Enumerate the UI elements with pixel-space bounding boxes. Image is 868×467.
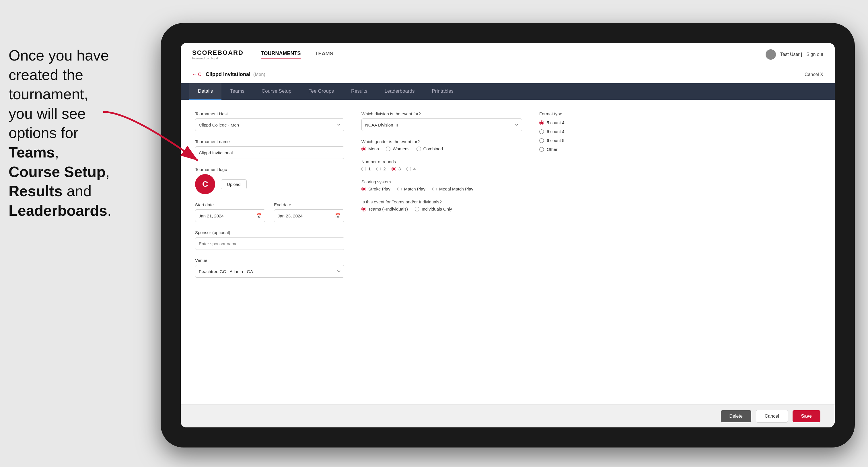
form-footer: Delete Cancel Save xyxy=(181,404,835,428)
rounds-4[interactable]: 4 xyxy=(406,166,416,171)
scoring-match[interactable]: Match Play xyxy=(397,186,425,191)
event-type-label: Is this event for Teams and/or Individua… xyxy=(362,199,522,204)
user-avatar xyxy=(766,49,776,60)
tournament-back-icon[interactable]: ← C xyxy=(192,72,202,77)
gender-womens-label: Womens xyxy=(393,146,410,151)
name-field-group: Tournament name xyxy=(195,139,344,159)
start-date-field-group: Start date 📅 xyxy=(195,202,265,222)
event-type-individuals-radio[interactable] xyxy=(415,207,420,211)
tab-teams[interactable]: Teams xyxy=(221,83,253,100)
tablet-frame: SCOREBOARD Powered by clippd TOURNAMENTS… xyxy=(161,23,855,447)
scoring-medal-match-label: Medal Match Play xyxy=(439,186,473,191)
name-label: Tournament name xyxy=(195,139,344,144)
tab-details[interactable]: Details xyxy=(189,83,221,100)
tab-printables[interactable]: Printables xyxy=(424,83,462,100)
scoring-match-label: Match Play xyxy=(404,186,425,191)
host-field-group: Tournament Host Clippd College - Men xyxy=(195,111,344,131)
rounds-3-radio[interactable] xyxy=(392,167,396,171)
rounds-3[interactable]: 3 xyxy=(392,166,401,171)
rounds-4-label: 4 xyxy=(413,166,416,171)
scoring-stroke-label: Stroke Play xyxy=(368,186,391,191)
logo-field-group: Tournament logo C Upload xyxy=(195,167,344,194)
instruction-text: Once you have created the tournament, yo… xyxy=(0,40,149,226)
logo-sub: Powered by clippd xyxy=(192,57,244,60)
name-input[interactable] xyxy=(195,146,344,159)
tab-results[interactable]: Results xyxy=(342,83,376,100)
scoring-medal-match[interactable]: Medal Match Play xyxy=(432,186,473,191)
rounds-label: Number of rounds xyxy=(362,159,522,164)
event-type-individuals-label: Individuals Only xyxy=(422,207,452,211)
format-5count4-radio[interactable] xyxy=(539,121,544,125)
sign-out-link[interactable]: Sign out xyxy=(806,52,823,57)
calendar-icon: 📅 xyxy=(256,213,262,219)
event-type-teams-radio[interactable] xyxy=(362,207,366,211)
gender-combined[interactable]: Combined xyxy=(416,146,443,151)
scoring-medal-match-radio[interactable] xyxy=(432,187,437,191)
format-6count5-radio[interactable] xyxy=(539,138,544,143)
scoring-stroke[interactable]: Stroke Play xyxy=(362,186,391,191)
event-type-individuals[interactable]: Individuals Only xyxy=(415,207,452,211)
gender-mens-radio[interactable] xyxy=(362,147,366,151)
format-other[interactable]: Other xyxy=(539,147,637,152)
tournament-name: Clippd Invitational xyxy=(206,71,250,77)
format-other-radio[interactable] xyxy=(539,147,544,152)
format-type-section: Format type 5 count 4 6 count 4 6 count … xyxy=(539,111,637,152)
gender-combined-radio[interactable] xyxy=(416,147,421,151)
rounds-2-label: 2 xyxy=(383,166,385,171)
format-6count4[interactable]: 6 count 4 xyxy=(539,129,637,134)
host-label: Tournament Host xyxy=(195,111,344,116)
tab-course-setup[interactable]: Course Setup xyxy=(253,83,300,100)
end-date-label: End date xyxy=(274,202,344,207)
format-5count4-label: 5 count 4 xyxy=(547,120,564,125)
gender-womens[interactable]: Womens xyxy=(386,146,410,151)
format-5count4[interactable]: 5 count 4 xyxy=(539,120,637,125)
scoring-stroke-radio[interactable] xyxy=(362,187,366,191)
gender-combined-label: Combined xyxy=(424,146,443,151)
gender-mens[interactable]: Mens xyxy=(362,146,379,151)
format-6count4-radio[interactable] xyxy=(539,129,544,134)
end-date-input[interactable] xyxy=(274,209,344,222)
sponsor-input[interactable] xyxy=(195,237,344,250)
format-other-label: Other xyxy=(547,147,558,152)
cancel-button[interactable]: Cancel xyxy=(756,410,788,423)
nav-teams[interactable]: TEAMS xyxy=(315,51,333,58)
tab-leaderboards[interactable]: Leaderboards xyxy=(376,83,424,100)
cancel-top-button[interactable]: Cancel X xyxy=(805,72,823,77)
calendar-icon-end: 📅 xyxy=(335,213,341,219)
division-field-group: Which division is the event for? NCAA Di… xyxy=(362,111,522,131)
division-select[interactable]: NCAA Division III xyxy=(362,119,522,131)
gender-radio-group: Mens Womens Combined xyxy=(362,146,522,151)
sponsor-label: Sponsor (optional) xyxy=(195,230,344,235)
gender-womens-radio[interactable] xyxy=(386,147,391,151)
save-button[interactable]: Save xyxy=(793,410,820,422)
format-6count5[interactable]: 6 count 5 xyxy=(539,138,637,143)
rounds-field-group: Number of rounds 1 2 3 xyxy=(362,159,522,171)
event-type-teams-label: Teams (+Individuals) xyxy=(368,207,408,211)
venue-select[interactable]: Peachtree GC - Atlanta - GA xyxy=(195,265,344,278)
tournament-bar: ← C Clippd Invitational (Men) Cancel X xyxy=(181,66,835,83)
nav-tournaments[interactable]: TOURNAMENTS xyxy=(261,51,301,59)
logo-upload-area: C Upload xyxy=(195,174,344,194)
tab-tee-groups[interactable]: Tee Groups xyxy=(300,83,342,100)
event-type-teams[interactable]: Teams (+Individuals) xyxy=(362,207,408,211)
logo-area: SCOREBOARD Powered by clippd xyxy=(192,49,244,60)
rounds-1[interactable]: 1 xyxy=(362,166,371,171)
sponsor-field-group: Sponsor (optional) xyxy=(195,230,344,250)
rounds-1-radio[interactable] xyxy=(362,167,366,171)
format-type-label: Format type xyxy=(539,111,637,116)
tablet-screen: SCOREBOARD Powered by clippd TOURNAMENTS… xyxy=(181,43,835,428)
start-date-input[interactable] xyxy=(195,209,265,222)
main-content: Tournament Host Clippd College - Men Tou… xyxy=(181,100,835,404)
rounds-3-label: 3 xyxy=(398,166,401,171)
rounds-4-radio[interactable] xyxy=(406,167,411,171)
delete-button[interactable]: Delete xyxy=(721,410,751,422)
rounds-2-radio[interactable] xyxy=(376,167,381,171)
host-select[interactable]: Clippd College - Men xyxy=(195,119,344,131)
gender-field-group: Which gender is the event for? Mens Wome… xyxy=(362,139,522,151)
upload-button[interactable]: Upload xyxy=(221,179,247,189)
gender-label: Which gender is the event for? xyxy=(362,139,522,144)
scoring-match-radio[interactable] xyxy=(397,187,402,191)
logo-label: Tournament logo xyxy=(195,167,344,172)
rounds-2[interactable]: 2 xyxy=(376,166,385,171)
rounds-1-label: 1 xyxy=(368,166,371,171)
